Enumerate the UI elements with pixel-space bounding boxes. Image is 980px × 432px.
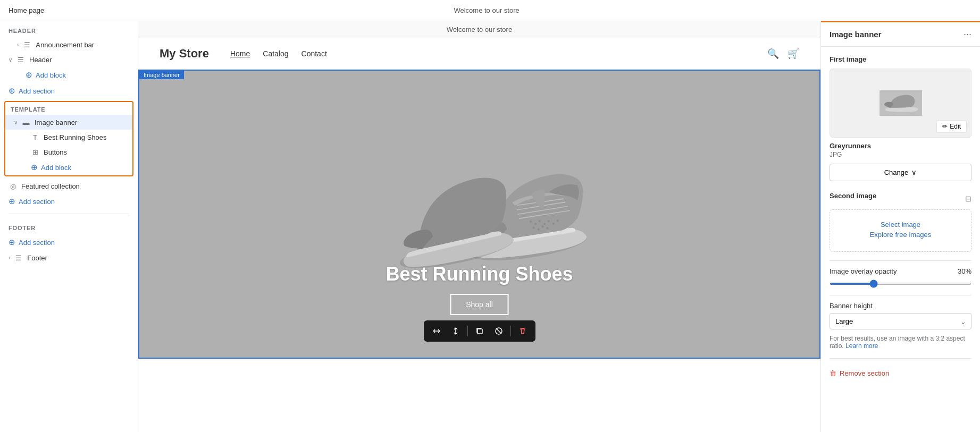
chevron-right-icon: › xyxy=(17,42,19,48)
second-image-info-icon: ⊟ xyxy=(965,194,971,203)
footer-icon: ☰ xyxy=(14,253,23,262)
hint-text: For best results, use an image with a 3:… xyxy=(830,335,971,350)
sidebar-item-best-running-shoes[interactable]: T Best Running Shoes xyxy=(5,130,132,145)
banner-height-label: Banner height xyxy=(830,302,971,310)
button-icon: ⊞ xyxy=(31,148,39,156)
svg-rect-17 xyxy=(478,329,482,334)
add-block-template-button[interactable]: ⊕ Add block xyxy=(5,159,132,175)
store-preview: Welcome to our store My Store Home Catal… xyxy=(138,21,820,432)
plus-icon-5: ⊕ xyxy=(9,238,15,247)
nav-catalog[interactable]: Catalog xyxy=(263,49,288,58)
chevron-down-icon-2: ∨ xyxy=(14,120,18,125)
plus-icon-2: ⊕ xyxy=(9,86,15,96)
plus-icon: ⊕ xyxy=(26,70,32,80)
banner-height-select-wrapper: Small Medium Large Full screen Adapt to … xyxy=(830,313,971,329)
image-name: Greyrunners xyxy=(830,142,971,150)
image-banner: Best Running Shoes Shop all xyxy=(139,71,819,358)
announcement-bar: Welcome to our store xyxy=(138,21,820,38)
add-section-footer-button[interactable]: ⊕ Add section xyxy=(0,234,138,250)
chevron-right-icon-2: › xyxy=(9,255,10,261)
floating-toolbar xyxy=(424,320,535,342)
sidebar-item-announcement-bar[interactable]: › ☰ Announcement bar xyxy=(0,37,138,52)
toolbar-divider-2 xyxy=(510,326,511,336)
sidebar-item-image-banner[interactable]: ∨ ▬ Image banner xyxy=(5,115,132,130)
first-image-preview: ✏ Edit xyxy=(830,69,971,138)
add-section-header-button[interactable]: ⊕ Add section xyxy=(0,83,138,99)
banner-content: Best Running Shoes Shop all xyxy=(139,263,819,315)
center-preview: Welcome to our store My Store Home Catal… xyxy=(138,21,820,432)
nav-contact[interactable]: Contact xyxy=(301,49,327,58)
toolbar-move-h-button[interactable] xyxy=(429,324,444,338)
sidebar-item-featured-collection[interactable]: ◎ Featured collection xyxy=(0,179,138,193)
toolbar-delete-button[interactable] xyxy=(515,324,530,338)
change-image-button[interactable]: Change ∨ xyxy=(830,164,971,181)
banner-height-select[interactable]: Small Medium Large Full screen Adapt to … xyxy=(830,313,971,329)
toolbar-hide-button[interactable] xyxy=(491,324,506,338)
overlay-value: 30% xyxy=(958,267,971,275)
overlay-slider-wrapper xyxy=(830,278,971,286)
section-divider-1 xyxy=(830,260,971,261)
left-sidebar: HEADER › ☰ Announcement bar ∨ ☰ Header ⊕… xyxy=(0,21,138,432)
overlay-opacity-row: Image overlay opacity 30% xyxy=(830,267,971,275)
right-panel: Image banner ··· First image ✏ Edit Gre xyxy=(820,21,980,432)
footer-section-label: FOOTER xyxy=(0,218,138,234)
chevron-down-icon: ∨ xyxy=(9,57,12,63)
sidebar-item-footer[interactable]: › ☰ Footer xyxy=(0,250,138,265)
search-icon[interactable]: 🔍 xyxy=(767,48,779,60)
sidebar-item-header[interactable]: ∨ ☰ Header xyxy=(0,52,138,67)
remove-section-button[interactable]: 🗑 Remove section xyxy=(830,365,889,382)
right-panel-title: Image banner xyxy=(830,30,882,39)
shop-all-button[interactable]: Shop all xyxy=(450,294,509,315)
plus-icon-4: ⊕ xyxy=(9,197,15,206)
second-image-label: Second image xyxy=(830,192,876,200)
text-icon: T xyxy=(31,133,39,141)
page-title: Home page xyxy=(9,6,44,14)
more-options-button[interactable]: ··· xyxy=(964,29,971,40)
image-banner-wrapper: Image banner xyxy=(138,70,820,359)
edit-icon: ✏ xyxy=(942,123,948,130)
template-section: TEMPLATE ∨ ▬ Image banner T Best Running… xyxy=(4,101,133,176)
store-nav: Home Catalog Contact xyxy=(230,49,327,58)
template-label: TEMPLATE xyxy=(5,102,132,115)
preview-url: Welcome to our store xyxy=(454,6,519,14)
add-section-template-button[interactable]: ⊕ Add section xyxy=(0,193,138,209)
image-type: JPG xyxy=(830,151,971,158)
right-panel-header: Image banner ··· xyxy=(821,21,980,47)
divider-1 xyxy=(9,214,129,214)
toolbar-duplicate-button[interactable] xyxy=(472,324,487,338)
explore-free-images-link[interactable]: Explore free images xyxy=(841,231,960,239)
top-bar: Home page Welcome to our store xyxy=(0,0,980,21)
select-image-link[interactable]: Select image xyxy=(841,221,960,228)
chevron-down-icon-3: ∨ xyxy=(911,168,917,176)
toolbar-divider-1 xyxy=(467,326,468,336)
learn-more-link[interactable]: Learn more xyxy=(845,342,878,350)
nav-home[interactable]: Home xyxy=(230,49,250,58)
section-divider-2 xyxy=(830,295,971,295)
announcement-icon: ☰ xyxy=(23,40,31,49)
section-divider-3 xyxy=(830,358,971,359)
store-header: My Store Home Catalog Contact 🔍 🛒 xyxy=(138,38,820,70)
cart-icon[interactable]: 🛒 xyxy=(788,48,799,60)
image-banner-icon: ▬ xyxy=(22,118,30,126)
preview-frame: Welcome to our store My Store Home Catal… xyxy=(138,21,820,432)
main-layout: HEADER › ☰ Announcement bar ∨ ☰ Header ⊕… xyxy=(0,21,980,432)
second-image-section: Second image ⊟ xyxy=(830,192,971,205)
select-image-box: Select image Explore free images xyxy=(830,209,971,252)
svg-line-19 xyxy=(496,328,501,334)
header-icon: ☰ xyxy=(16,55,25,64)
store-logo: My Store xyxy=(160,47,209,61)
edit-image-button[interactable]: ✏ Edit xyxy=(936,120,967,133)
store-nav-right: 🔍 🛒 xyxy=(767,48,799,60)
first-image-label: First image xyxy=(830,55,971,63)
plus-icon-3: ⊕ xyxy=(31,163,38,172)
preview-shoe-image xyxy=(880,87,922,119)
add-block-header-button[interactable]: ⊕ Add block xyxy=(0,67,138,83)
sidebar-item-buttons[interactable]: ⊞ Buttons xyxy=(5,145,132,159)
collection-icon: ◎ xyxy=(9,182,17,190)
right-panel-body: First image ✏ Edit Greyrunners JPG Chang xyxy=(821,47,980,390)
shoe-image xyxy=(368,148,591,281)
overlay-label: Image overlay opacity xyxy=(830,267,897,275)
overlay-slider[interactable] xyxy=(830,283,971,285)
trash-icon: 🗑 xyxy=(830,369,836,377)
toolbar-move-v-button[interactable] xyxy=(448,324,463,338)
